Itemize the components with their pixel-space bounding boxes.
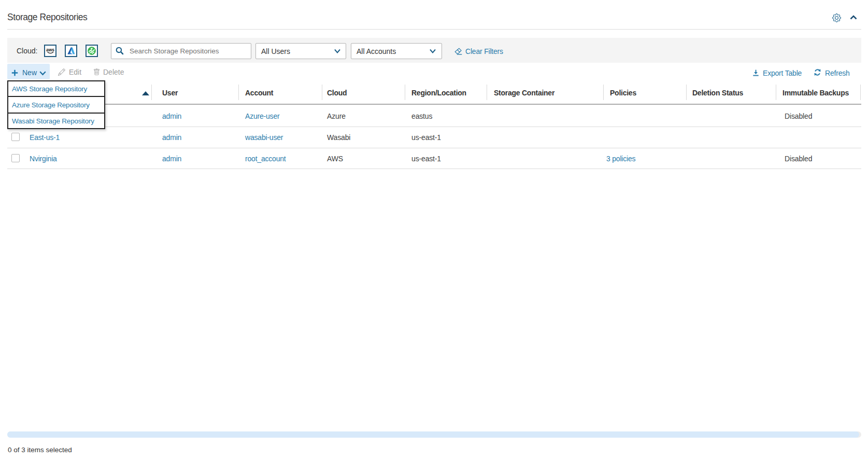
svg-text:aws: aws xyxy=(46,47,54,52)
